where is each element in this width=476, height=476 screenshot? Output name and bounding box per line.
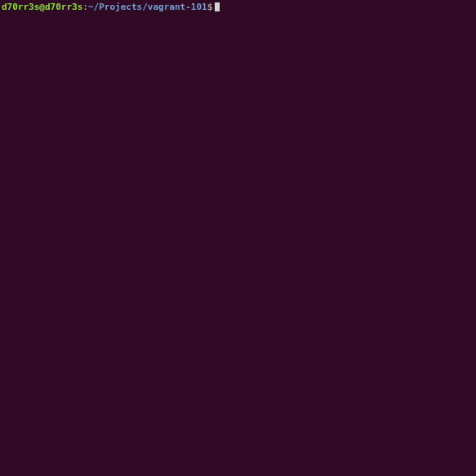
prompt-symbol: $ (207, 2, 213, 12)
prompt-line: d70rr3s@d70rr3s:~/Projects/vagrant-101$ (2, 2, 474, 12)
prompt-user-host: d70rr3s@d70rr3s (2, 2, 82, 12)
prompt-path: ~/Projects/vagrant-101 (88, 2, 207, 12)
terminal-window[interactable]: d70rr3s@d70rr3s:~/Projects/vagrant-101$ (0, 0, 476, 476)
prompt-separator: : (82, 2, 88, 12)
cursor-icon (215, 2, 220, 11)
